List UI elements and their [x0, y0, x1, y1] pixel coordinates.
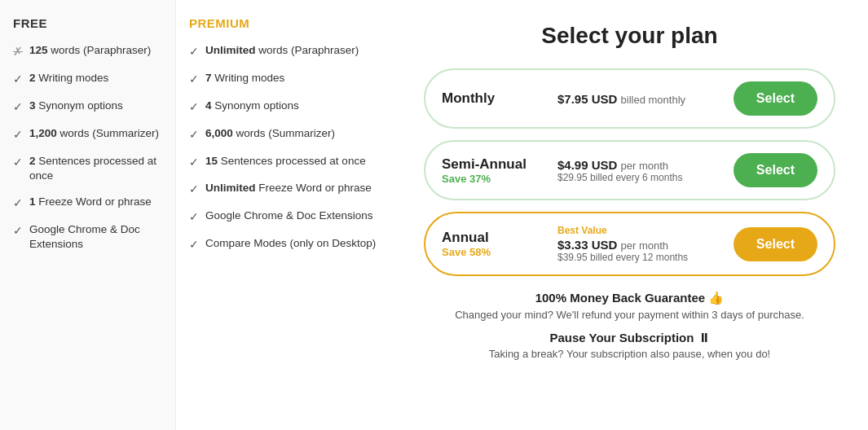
free-title: FREE	[13, 16, 162, 30]
free-feature-3-text: 3 Synonym options	[29, 99, 123, 113]
free-feature-4: ✓ 1,200 words (Summarizer)	[13, 126, 162, 143]
premium-feature-8-text: Compare Modes (only on Desktop)	[205, 236, 376, 251]
premium-feature-7: ✓ Google Chrome & Doc Extensions	[189, 208, 378, 225]
premium-feature-6-text: Unlimited Freeze Word or phrase	[205, 181, 372, 195]
plan-price-main-monthly: $7.95 USD billed monthly	[557, 92, 734, 106]
premium-check-4: ✓	[189, 127, 199, 143]
pause-text: Taking a break? Your subscription also p…	[424, 348, 835, 360]
check-icon-6: ✓	[13, 195, 23, 211]
premium-check-8: ✓	[189, 237, 199, 252]
premium-feature-4-text: 6,000 words (Summarizer)	[205, 126, 335, 141]
pause-title: Pause Your Subscription ⏸	[424, 331, 835, 344]
plan-price-main-annual: $3.33 USD per month	[557, 238, 734, 252]
guarantee-title: 100% Money Back Guarantee 👍	[424, 291, 835, 305]
free-feature-6-text: 1 Freeze Word or phrase	[29, 195, 152, 209]
free-feature-4-text: 1,200 words (Summarizer)	[29, 126, 159, 141]
premium-feature-8: ✓ Compare Modes (only on Desktop)	[189, 236, 378, 252]
premium-feature-2: ✓ 7 Writing modes	[189, 71, 378, 87]
free-feature-2: ✓ 2 Writing modes	[13, 71, 162, 87]
check-icon-7: ✓	[13, 223, 23, 239]
check-icon-5: ✓	[13, 155, 23, 170]
plan-name-semi: Semi-Annual	[442, 156, 548, 173]
plan-save-semi: Save 37%	[442, 173, 548, 185]
plan-name-monthly: Monthly	[442, 90, 548, 107]
premium-check-3: ✓	[189, 99, 199, 115]
plan-name-annual: Annual	[442, 230, 548, 246]
free-feature-7-text: Google Chrome & Doc Extensions	[29, 222, 162, 252]
premium-check-7: ✓	[189, 209, 199, 225]
plan-price-main-semi: $4.99 USD per month	[557, 158, 734, 172]
plan-price-annual: Best Value $3.33 USD per month $39.95 bi…	[548, 225, 734, 263]
guarantee-emoji: 👍	[708, 291, 724, 305]
free-feature-7: ✓ Google Chrome & Doc Extensions	[13, 222, 162, 252]
guarantee-section: 100% Money Back Guarantee 👍 Changed your…	[424, 291, 835, 360]
plan-name-col-annual: Annual Save 58%	[442, 230, 548, 258]
premium-title: PREMIUM	[189, 16, 378, 30]
plan-price-semi: $4.99 USD per month $29.95 billed every …	[548, 158, 734, 183]
plan-best-value: Best Value	[557, 225, 734, 236]
plan-price-monthly: $7.95 USD billed monthly	[548, 92, 734, 106]
free-feature-5-text: 2 Sentences processed at once	[29, 154, 162, 183]
check-icon-4: ✓	[13, 127, 23, 143]
plan-card-annual: Annual Save 58% Best Value $3.33 USD per…	[424, 212, 835, 276]
pause-emoji: ⏸	[698, 331, 710, 344]
free-feature-3: ✓ 3 Synonym options	[13, 99, 162, 115]
premium-feature-2-text: 7 Writing modes	[205, 71, 284, 86]
premium-column: PREMIUM ✓ Unlimited words (Paraphraser) …	[175, 0, 391, 430]
cross-icon-1: ✗	[13, 44, 23, 59]
plan-card-semi-annual: Semi-Annual Save 37% $4.99 USD per month…	[424, 140, 835, 200]
plan-price-sub-semi: $29.95 billed every 6 months	[557, 172, 734, 183]
plan-card-monthly: Monthly $7.95 USD billed monthly Select	[424, 68, 835, 129]
plan-price-sub-annual: $39.95 billed every 12 months	[557, 252, 734, 263]
free-feature-2-text: 2 Writing modes	[29, 71, 108, 86]
premium-check-5: ✓	[189, 155, 199, 170]
check-icon-3: ✓	[13, 99, 23, 115]
guarantee-text: Changed your mind? We'll refund your pay…	[424, 309, 835, 321]
check-icon-2: ✓	[13, 72, 23, 87]
premium-check-2: ✓	[189, 72, 199, 87]
premium-feature-5: ✓ 15 Sentences processed at once	[189, 154, 378, 170]
premium-feature-3: ✓ 4 Synonym options	[189, 99, 378, 115]
select-button-monthly[interactable]: Select	[734, 81, 817, 116]
page-title: Select your plan	[424, 23, 835, 49]
plan-name-col-semi: Semi-Annual Save 37%	[442, 156, 548, 185]
plan-name-col-monthly: Monthly	[442, 90, 548, 107]
premium-check-1: ✓	[189, 44, 199, 59]
select-button-semi-annual[interactable]: Select	[734, 153, 817, 187]
premium-feature-3-text: 4 Synonym options	[205, 99, 299, 113]
select-button-annual[interactable]: Select	[734, 227, 817, 261]
free-feature-1: ✗ 125 words (Paraphraser)	[13, 43, 162, 59]
free-feature-1-text: 125 words (Paraphraser)	[29, 43, 151, 58]
premium-feature-5-text: 15 Sentences processed at once	[205, 154, 366, 169]
left-panel: FREE ✗ 125 words (Paraphraser) ✓ 2 Writi…	[0, 0, 391, 430]
free-column: FREE ✗ 125 words (Paraphraser) ✓ 2 Writi…	[0, 0, 175, 430]
premium-feature-1-text: Unlimited words (Paraphraser)	[205, 43, 359, 58]
right-panel: Select your plan Monthly $7.95 USD bille…	[391, 0, 868, 430]
premium-feature-4: ✓ 6,000 words (Summarizer)	[189, 126, 378, 143]
plan-save-annual: Save 58%	[442, 246, 548, 258]
premium-feature-7-text: Google Chrome & Doc Extensions	[205, 208, 373, 223]
premium-feature-1: ✓ Unlimited words (Paraphraser)	[189, 43, 378, 59]
free-feature-5: ✓ 2 Sentences processed at once	[13, 154, 162, 183]
premium-feature-6: ✓ Unlimited Freeze Word or phrase	[189, 181, 378, 197]
free-feature-6: ✓ 1 Freeze Word or phrase	[13, 195, 162, 211]
premium-check-6: ✓	[189, 182, 199, 197]
